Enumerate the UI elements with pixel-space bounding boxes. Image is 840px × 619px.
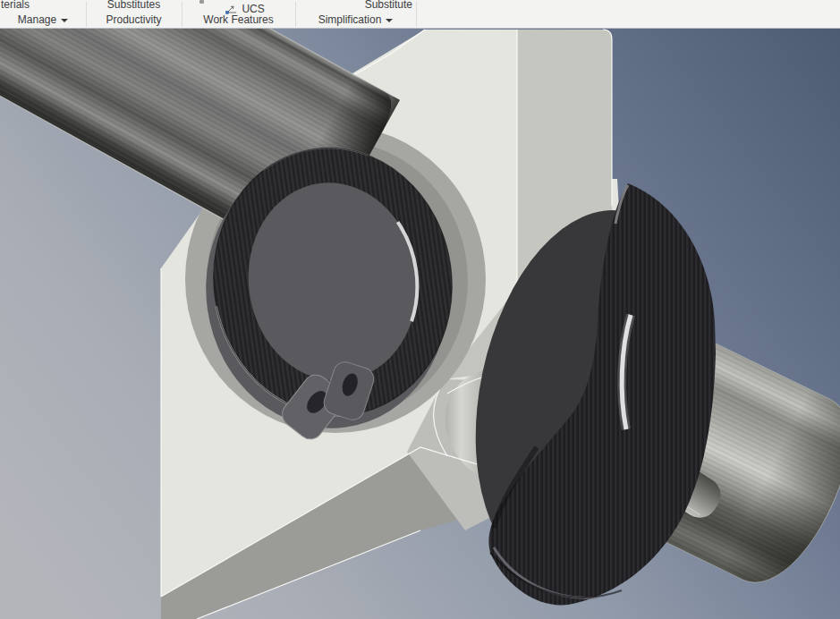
point-icon (199, 0, 204, 4)
ribbon-button-substitute[interactable]: Substitute (295, 0, 412, 11)
panel-title-productivity: Productivity (86, 13, 182, 26)
ribbon-button-substitutes[interactable]: Substitutes (86, 0, 182, 11)
panel-title-label: Manage (18, 13, 56, 26)
ribbon: terials Substitutes UCS Substitute Manag… (0, 0, 840, 29)
panel-title-label: Work Features (203, 13, 273, 26)
dropdown-arrow-icon (386, 19, 393, 22)
panel-title-manage[interactable]: Manage (0, 13, 86, 26)
ribbon-button-materials[interactable]: terials (1, 0, 30, 11)
panel-title-simplification[interactable]: Simplification (295, 13, 416, 26)
panel-separator (416, 2, 417, 27)
panel-title-work-features: Work Features (182, 13, 295, 26)
panel-title-label: Productivity (106, 13, 161, 26)
3d-viewport[interactable] (0, 29, 840, 619)
panel-title-label: Simplification (318, 13, 382, 26)
dropdown-arrow-icon (61, 19, 68, 22)
